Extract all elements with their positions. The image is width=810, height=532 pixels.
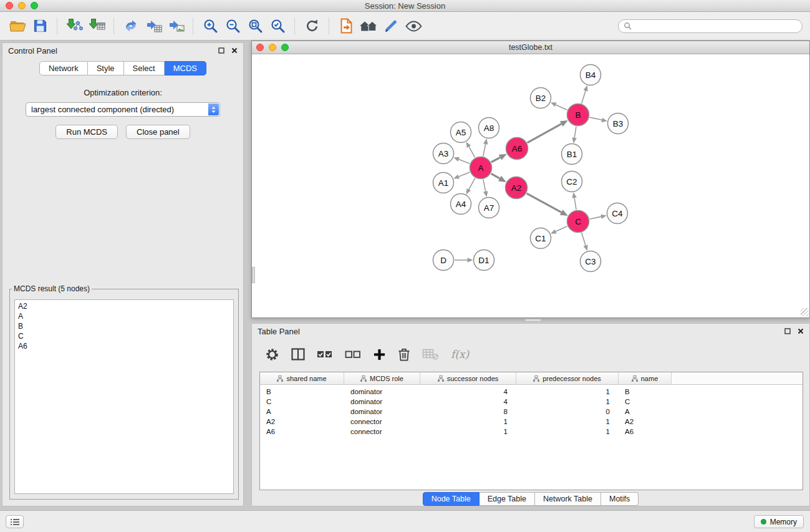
pen-button[interactable] — [380, 15, 402, 37]
node-B4[interactable]: B4 — [581, 65, 601, 85]
unselect-all-button[interactable] — [345, 349, 361, 360]
node-B3[interactable]: B3 — [608, 114, 629, 134]
edge-B-B4[interactable] — [582, 90, 586, 104]
edge-B-B3[interactable] — [590, 117, 602, 120]
memory-button[interactable]: Memory — [754, 515, 804, 528]
search-input[interactable] — [635, 22, 797, 31]
node-A[interactable]: A — [470, 157, 492, 179]
add-button[interactable] — [373, 348, 386, 361]
result-item[interactable]: A2 — [18, 301, 230, 311]
column-header-predecessor-nodes[interactable]: predecessor nodes — [516, 372, 619, 385]
edge-A-A4[interactable] — [469, 178, 475, 190]
node-C1[interactable]: C1 — [531, 228, 551, 249]
table-row[interactable]: A2connector11A2 — [260, 417, 803, 427]
node-A8[interactable]: A8 — [479, 118, 499, 138]
import-table-button[interactable] — [85, 15, 108, 37]
column-header-successor-nodes[interactable]: successor nodes — [420, 372, 516, 385]
node-A6[interactable]: A6 — [506, 138, 528, 160]
node-A5[interactable]: A5 — [451, 122, 471, 143]
export-table-button[interactable] — [142, 15, 165, 37]
node-D[interactable]: D — [433, 250, 454, 271]
resize-grip[interactable] — [801, 308, 809, 316]
zoom-network-window-button[interactable] — [281, 44, 289, 51]
export-image-button[interactable] — [165, 15, 187, 37]
node-A4[interactable]: A4 — [451, 194, 471, 215]
edge-C-C4[interactable] — [590, 216, 601, 219]
import-network-button[interactable] — [63, 15, 85, 37]
zoom-in-button[interactable] — [199, 15, 221, 37]
splitter-handle-vertical[interactable] — [252, 267, 255, 283]
table-settings-button[interactable] — [265, 347, 279, 362]
show-graphics-details-button[interactable] — [402, 15, 425, 37]
edge-C-C1[interactable] — [556, 226, 567, 231]
result-item[interactable]: A6 — [18, 341, 230, 351]
node-A1[interactable]: A1 — [433, 173, 454, 193]
result-item[interactable]: A — [18, 311, 230, 321]
node-C3[interactable]: C3 — [581, 251, 601, 272]
close-network-window-button[interactable] — [256, 44, 264, 51]
search-box[interactable] — [618, 19, 803, 33]
close-table-panel-icon[interactable] — [798, 328, 804, 334]
result-item[interactable]: B — [18, 321, 230, 331]
column-header-mcds-role[interactable]: MCDS role — [344, 372, 420, 385]
table-row[interactable]: A6connector11A6 — [260, 427, 803, 437]
splitter-handle-horizontal[interactable] — [525, 319, 541, 322]
node-B[interactable]: B — [567, 104, 589, 126]
table-row[interactable]: Adominator80A — [260, 407, 803, 417]
export-network-button[interactable] — [120, 15, 142, 37]
apply-layout-button[interactable] — [301, 15, 323, 37]
node-C2[interactable]: C2 — [562, 172, 582, 192]
edge-C-C3[interactable] — [582, 233, 586, 246]
result-item[interactable]: C — [18, 331, 230, 341]
network-canvas[interactable]: AA1A2A3A4A5A6A7A8BB1B2B3B4CC1C2C3C4DD1 — [252, 54, 809, 317]
show-columns-button[interactable] — [291, 348, 305, 360]
zoom-out-button[interactable] — [221, 15, 244, 37]
float-panel-icon[interactable] — [218, 47, 224, 54]
task-history-button[interactable] — [6, 515, 24, 528]
tab-style[interactable]: Style — [88, 61, 124, 75]
run-mcds-button[interactable]: Run MCDS — [55, 125, 118, 139]
edge-A-A2[interactable] — [491, 173, 500, 178]
save-session-button[interactable] — [29, 15, 51, 37]
edge-C-C2[interactable] — [574, 198, 576, 210]
edge-A-A3[interactable] — [459, 160, 470, 164]
select-all-button[interactable] — [317, 349, 333, 360]
import-public-database-button[interactable] — [335, 15, 357, 37]
tab-motifs[interactable]: Motifs — [601, 492, 639, 506]
tab-network[interactable]: Network — [39, 61, 88, 75]
minimize-window-button[interactable] — [18, 2, 26, 9]
column-header-name[interactable]: name — [619, 372, 672, 385]
close-panel-button[interactable]: Close panel — [126, 125, 190, 139]
tab-node-table[interactable]: Node Table — [423, 492, 480, 506]
node-A7[interactable]: A7 — [479, 198, 499, 218]
node-C4[interactable]: C4 — [607, 203, 628, 224]
edge-A6-B[interactable] — [528, 124, 562, 143]
node-B1[interactable]: B1 — [562, 144, 582, 165]
column-header-shared-name[interactable]: shared name — [260, 372, 344, 385]
optimization-dropdown[interactable]: largest connected component (directed) — [26, 102, 220, 117]
table-row[interactable]: Bdominator41B — [260, 387, 803, 397]
close-window-button[interactable] — [6, 2, 13, 9]
node-A3[interactable]: A3 — [433, 143, 454, 164]
tab-mcds[interactable]: MCDS — [165, 61, 206, 75]
edge-A-A8[interactable] — [483, 144, 486, 156]
edge-B-B1[interactable] — [574, 127, 576, 138]
node-D1[interactable]: D1 — [474, 250, 494, 271]
tab-edge-table[interactable]: Edge Table — [480, 492, 535, 506]
close-panel-icon[interactable] — [231, 47, 238, 54]
network-graph[interactable]: AA1A2A3A4A5A6A7A8BB1B2B3B4CC1C2C3C4DD1 — [252, 54, 809, 317]
home-button[interactable] — [357, 15, 380, 37]
table-row[interactable]: Cdominator41C — [260, 397, 803, 407]
node-C[interactable]: C — [567, 211, 589, 233]
tab-select[interactable]: Select — [124, 61, 165, 75]
tab-network-table[interactable]: Network Table — [535, 492, 601, 506]
open-session-button[interactable] — [6, 15, 29, 37]
zoom-selected-button[interactable] — [266, 15, 289, 37]
delete-button[interactable] — [398, 347, 410, 362]
zoom-fit-button[interactable] — [244, 15, 266, 37]
float-table-panel-icon[interactable] — [784, 328, 791, 334]
node-A2[interactable]: A2 — [506, 177, 528, 199]
zoom-window-button[interactable] — [31, 2, 38, 9]
mcds-result-list[interactable]: A2ABCA6 — [14, 299, 234, 494]
minimize-network-window-button[interactable] — [269, 44, 276, 51]
